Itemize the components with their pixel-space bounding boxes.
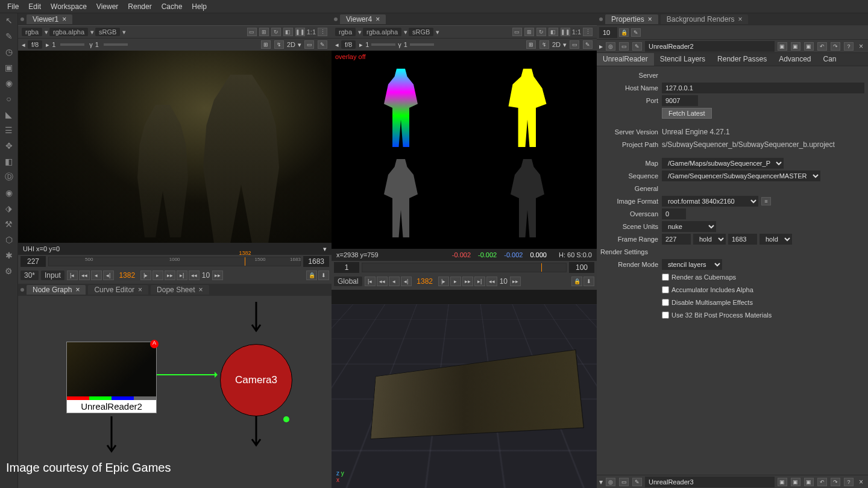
float-icon[interactable]: ▭ [619,42,629,51]
tab-viewer4[interactable]: Viewer4× [340,14,386,24]
colorspace-select[interactable]: sRGB [409,28,433,36]
grid-icon[interactable]: ⊞ [526,40,536,49]
prev-key-icon[interactable]: ◂◂ [377,277,388,286]
gain-slider[interactable] [371,43,395,46]
tab-nodegraph[interactable]: Node Graph× [27,285,86,295]
playhead[interactable] [245,257,245,266]
close-icon[interactable]: × [138,286,142,294]
close-icon[interactable]: × [62,15,66,23]
node-connection[interactable] [157,374,217,375]
menu-cache[interactable]: Cache [157,2,187,11]
ptab-unrealreader[interactable]: UnrealReader [597,53,654,66]
proxy-icon[interactable]: ◧ [549,28,558,36]
particle-icon[interactable]: ✱ [4,251,14,260]
redo-icon[interactable]: ↷ [831,42,840,51]
close-icon[interactable]: × [199,286,203,294]
move-icon[interactable]: ✥ [4,141,14,151]
wipe-icon[interactable]: ↯ [274,40,284,49]
b-icon[interactable]: ▣ [791,42,800,51]
tab-viewer1[interactable]: Viewer1× [27,14,72,24]
timeline-ruler[interactable] [362,263,567,272]
gamma-slider[interactable] [104,43,128,46]
goto-start-icon[interactable]: |◂ [365,277,376,286]
refresh-icon[interactable]: ↻ [271,28,281,36]
chevron-down-icon[interactable]: ▾ [599,478,603,486]
float-icon[interactable]: ▭ [619,478,629,486]
3d-viewport[interactable]: z yx [332,290,597,488]
view-mode[interactable]: 2D [287,41,295,48]
node-camera3[interactable]: Camera3 [220,344,292,416]
range-mode2-select[interactable]: hold [760,234,792,245]
menu-render[interactable]: Render [123,2,156,11]
play-back-icon[interactable]: ◂ [389,277,400,286]
redo-icon[interactable]: ↷ [831,478,840,486]
ptab-advanced[interactable]: Advanced [773,53,817,66]
help-icon[interactable]: ? [844,42,854,51]
options-icon[interactable]: ⋮ [318,28,327,36]
goto-start-icon[interactable]: |◂ [67,271,78,280]
chevron-right-icon[interactable]: ▸ [46,41,49,49]
sphere-icon[interactable]: ◉ [4,78,14,88]
pencil-icon[interactable]: ✎ [4,31,14,41]
fps-select[interactable]: 30* [20,271,39,280]
script-icon[interactable]: ✎ [583,40,593,49]
skip-back-icon[interactable]: ◂◂ [189,271,200,280]
colorspace-select[interactable]: sRGB [95,28,120,36]
channel-select[interactable]: rgba [22,28,42,36]
wrench-icon[interactable]: ⚒ [4,219,14,229]
layer-select[interactable]: rgba.alpha [363,28,401,36]
pause-icon[interactable]: ❚❚ [561,28,570,36]
step-fwd-icon[interactable]: |▸ [140,271,151,280]
tab-bg-renders[interactable]: Background Renders× [661,14,749,24]
current-frame[interactable]: 1382 [413,277,437,286]
bbox-icon[interactable]: ⊞ [259,28,269,36]
menu-edit[interactable]: Edit [24,2,46,11]
center-icon[interactable]: ◎ [606,42,615,51]
d-icon[interactable]: Ⓓ [4,172,14,182]
port-input[interactable] [662,95,698,106]
channel-select[interactable]: rgba [335,28,356,36]
gear-icon[interactable]: ⚙ [4,266,14,276]
32bit-checkbox[interactable] [662,311,669,319]
note-icon[interactable]: ✎ [632,478,642,486]
circle-icon[interactable]: ○ [4,94,14,104]
current-frame[interactable]: 1382 [115,271,139,280]
accum-alpha-checkbox[interactable] [662,286,669,293]
tab-dope-sheet[interactable]: Dope Sheet× [151,285,209,295]
c-icon[interactable]: ▣ [804,42,814,51]
close-icon[interactable]: × [857,42,866,51]
map-select[interactable]: /Game/Maps/subwaySequencer_P [662,158,784,169]
cube-icon[interactable]: ◧ [4,157,14,166]
next-key-icon[interactable]: ▸▸ [462,277,473,286]
ptab-can[interactable]: Can [817,53,843,66]
clip-icon[interactable]: ▭ [512,28,522,36]
menu-file[interactable]: File [2,2,24,11]
undo-icon[interactable]: ↶ [817,478,827,486]
timeline-ruler[interactable]: 500 1000 1500 1683 1382 [48,257,301,266]
layers-icon[interactable]: ☰ [4,125,14,135]
frame-end[interactable]: 100 [569,262,594,273]
fstop-input[interactable]: f/8 [341,40,356,49]
layer-select[interactable]: rgba.alpha [49,28,88,36]
pencil-icon[interactable]: ✎ [631,28,641,37]
viewer1-canvas[interactable] [18,51,332,243]
roi-icon[interactable]: ▭ [570,40,579,49]
prev-key-icon[interactable]: ◂◂ [79,271,90,280]
playhead[interactable] [541,263,542,272]
close-icon[interactable]: × [857,478,866,486]
goto-end-icon[interactable]: ▸| [177,271,187,280]
gamma-slider[interactable] [410,43,434,46]
menu-workspace[interactable]: Workspace [46,2,92,11]
note-icon[interactable]: ✎ [632,42,642,51]
download-icon[interactable]: ⬇ [318,271,329,280]
zoom-level[interactable]: 1:1 [307,28,316,36]
frame-start[interactable]: 1 [334,262,359,273]
range-mode1-select[interactable]: hold [693,234,726,245]
tab-curve-editor[interactable]: Curve Editor× [88,285,148,295]
clock-icon[interactable]: ◷ [4,47,14,57]
fetch-latest-button[interactable]: Fetch Latest [662,108,712,119]
units-select[interactable]: nuke [662,221,716,232]
sequence-select[interactable]: /Game/Sequencer/SubwaySequencerMASTER [662,170,820,181]
cubemap-checkbox[interactable] [662,274,669,281]
pointer-icon[interactable]: ↖ [4,16,14,25]
